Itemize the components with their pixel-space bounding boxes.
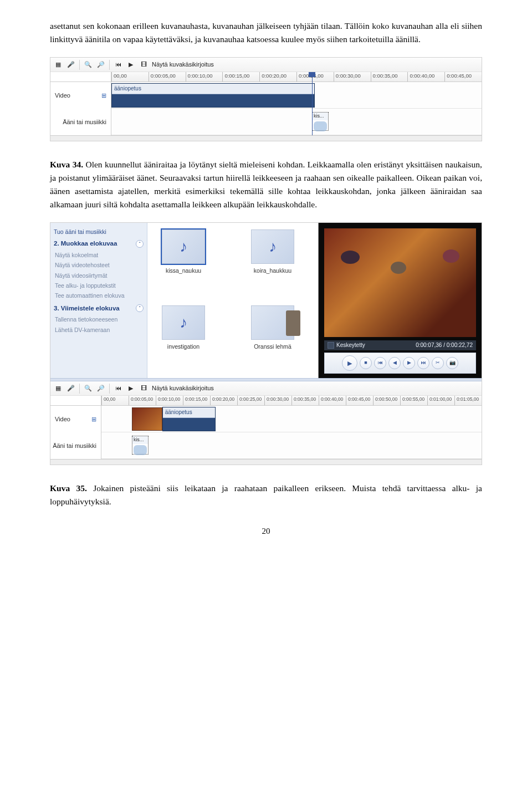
clip-label: kis... — [313, 113, 328, 120]
sidebar-sublink[interactable]: Näytä videosiirtymät — [54, 271, 144, 280]
zoom-out-icon[interactable]: 🔎 — [96, 384, 105, 393]
figure-text: Olen kuunnellut ääniraitaa ja löytänyt s… — [50, 160, 482, 209]
play-icon[interactable]: ▶ — [126, 384, 135, 393]
video-clip[interactable]: ääniopetus — [111, 83, 315, 108]
audio-thumbnail[interactable]: ♪ — [162, 305, 205, 340]
clip-label: ääniopetus — [112, 84, 314, 94]
step-label: 2. Muokkaa elokuvaa — [54, 239, 117, 249]
ruler-tick: 0:00:45,00 — [346, 396, 373, 405]
ruler-tick: 0:00:05,00 — [129, 396, 156, 405]
rewind-icon[interactable]: ⏮ — [114, 384, 122, 393]
tasks-pane-icon[interactable]: ▦ — [54, 60, 63, 69]
step-forward-button[interactable]: ▶ — [403, 357, 415, 369]
sidebar-sublink[interactable]: Lähetä DV-kameraan — [54, 325, 144, 335]
status-text: Keskeytetty — [336, 341, 365, 350]
video-track[interactable]: ääniopetus — [101, 406, 482, 432]
preview-frame[interactable] — [324, 228, 476, 337]
audio-track[interactable]: kis... — [111, 109, 482, 135]
collection-pane[interactable]: ♪ kissa_naukuu ♪ koira_haukkuu ♪ investi… — [147, 223, 318, 378]
sidebar-step-3[interactable]: 3. Viimeistele elokuva ˆ — [54, 304, 144, 314]
screenshot-moviemaker: Tuo ääni tai musiikki 2. Muokkaa elokuva… — [50, 222, 482, 465]
music-note-icon: ♪ — [180, 234, 187, 258]
ruler-tick: 0:01:05,00 — [454, 396, 482, 405]
collection-item[interactable]: Oranssi lehmä — [242, 305, 303, 371]
sidebar-sublink[interactable]: Tee automaattinen elokuva — [54, 290, 144, 300]
prev-button[interactable]: ⏮ — [374, 357, 386, 369]
zoom-out-icon[interactable]: 🔎 — [96, 60, 105, 69]
figure-text: Jokainen pisteääni siis leikataan ja raa… — [50, 483, 482, 506]
chevron-up-icon[interactable]: ˆ — [136, 240, 144, 248]
sidebar-sublink[interactable]: Tee alku- ja lopputekstit — [54, 280, 144, 290]
play-icon[interactable]: ▶ — [126, 60, 135, 69]
audio-clip[interactable]: kis... — [312, 112, 329, 131]
item-caption: koira_haukkuu — [254, 266, 291, 275]
preview-statusbar: Keskeytetty 0:00:07,36 / 0:00:22,72 — [324, 340, 476, 350]
sidebar-step-2[interactable]: 2. Muokkaa elokuvaa ˆ — [54, 239, 144, 249]
clip-label: ääniopetus — [163, 407, 215, 418]
playhead-marker[interactable] — [309, 72, 315, 77]
body-paragraph-1: asettanut sen kokonaan erilleen kuvanauh… — [50, 19, 482, 46]
play-button[interactable]: ▶ — [342, 355, 357, 371]
ruler-tick: 0:00:15,00 — [183, 396, 210, 405]
stop-button[interactable]: ■ — [360, 357, 372, 369]
storyboard-icon[interactable]: 🎞 — [139, 384, 148, 393]
step-back-button[interactable]: ◀ — [388, 357, 401, 369]
time-ruler[interactable]: 00,00 0:00:05,00 0:00:10,00 0:00:15,00 0… — [101, 396, 482, 406]
audio-clip[interactable]: kis... — [132, 436, 149, 455]
snapshot-button[interactable]: 📷 — [446, 357, 458, 369]
video-track[interactable]: ääniopetus — [111, 82, 482, 109]
sidebar-sublink[interactable]: Tallenna tietokoneeseen — [54, 314, 144, 324]
playhead[interactable] — [312, 72, 313, 135]
horizontal-scrollbar[interactable] — [50, 459, 482, 465]
ruler-tick: 0:00:40,00 — [407, 72, 444, 81]
track-labels: Video Ääni tai musiikki — [50, 72, 111, 135]
toolbar-separator — [109, 60, 110, 70]
audio-track[interactable]: kis... — [101, 432, 482, 459]
timeline-tracks[interactable]: 00,00 0:00:05,00 0:00:10,00 0:00:15,00 0… — [111, 72, 482, 135]
ruler-tick: 00,00 — [101, 396, 129, 405]
collection-item[interactable]: ♪ kissa_naukuu — [153, 229, 214, 295]
audio-thumbnail[interactable]: ♪ — [162, 229, 205, 264]
filmstrip-icon — [286, 310, 300, 336]
ruler-tick: 0:00:15,00 — [222, 72, 259, 81]
storyboard-icon[interactable]: 🎞 — [139, 60, 148, 69]
split-button[interactable]: ✂ — [432, 357, 444, 369]
sidebar-task-link[interactable]: Tuo ääni tai musiikki — [54, 227, 144, 236]
audio-thumbnail[interactable]: ♪ — [251, 229, 294, 264]
figure-label: Kuva 35. — [50, 483, 87, 493]
show-storyboard-button[interactable]: Näytä kuvakäsikirjoitus — [152, 60, 214, 69]
collection-item[interactable]: ♪ koira_haukkuu — [242, 229, 303, 295]
horizontal-scrollbar[interactable] — [50, 135, 482, 141]
chevron-up-icon[interactable]: ˆ — [136, 304, 144, 312]
status-timecode: 0:00:07,36 / 0:00:22,72 — [416, 341, 473, 350]
rewind-icon[interactable]: ⏮ — [114, 60, 122, 69]
next-button[interactable]: ⏭ — [417, 357, 429, 369]
toolbar-separator — [79, 60, 80, 70]
show-storyboard-button[interactable]: Näytä kuvakäsikirjoitus — [152, 384, 214, 393]
ruler-tick: 0:00:30,00 — [264, 396, 291, 405]
ruler-tick: 0:00:40,00 — [319, 396, 346, 405]
narration-icon[interactable]: 🎤 — [66, 384, 75, 393]
track-labels: Video Ääni tai musiikki — [50, 396, 101, 459]
sidebar-sublink[interactable]: Näytä kokoelmat — [54, 250, 144, 260]
frame-detail — [341, 251, 360, 264]
video-clip-thumb[interactable] — [132, 407, 162, 431]
timeline-tracks[interactable]: 00,00 0:00:05,00 0:00:10,00 0:00:15,00 0… — [101, 396, 482, 459]
ruler-tick: 0:00:10,00 — [156, 396, 183, 405]
collection-item[interactable]: ♪ investigation — [153, 305, 214, 371]
waveform-icon — [314, 121, 327, 131]
sidebar-sublink[interactable]: Näytä videotehosteet — [54, 260, 144, 270]
tasks-pane-icon[interactable]: ▦ — [54, 384, 63, 393]
clip-label: kis... — [132, 436, 148, 444]
narration-icon[interactable]: 🎤 — [66, 60, 75, 69]
ruler-tick: 0:00:35,00 — [371, 72, 408, 81]
zoom-in-icon[interactable]: 🔍 — [84, 384, 93, 393]
time-ruler[interactable]: 00,00 0:00:05,00 0:00:10,00 0:00:15,00 0… — [111, 72, 482, 82]
video-clip[interactable]: ääniopetus — [162, 407, 216, 431]
ruler-tick: 0:00:05,00 — [149, 72, 186, 81]
zoom-in-icon[interactable]: 🔍 — [84, 60, 93, 69]
figure-34-caption: Kuva 34. Olen kuunnellut ääniraitaa ja l… — [50, 158, 482, 211]
video-thumbnail[interactable] — [251, 305, 294, 340]
frame-detail — [391, 262, 406, 274]
ruler-tick: 00,00 — [111, 72, 149, 81]
